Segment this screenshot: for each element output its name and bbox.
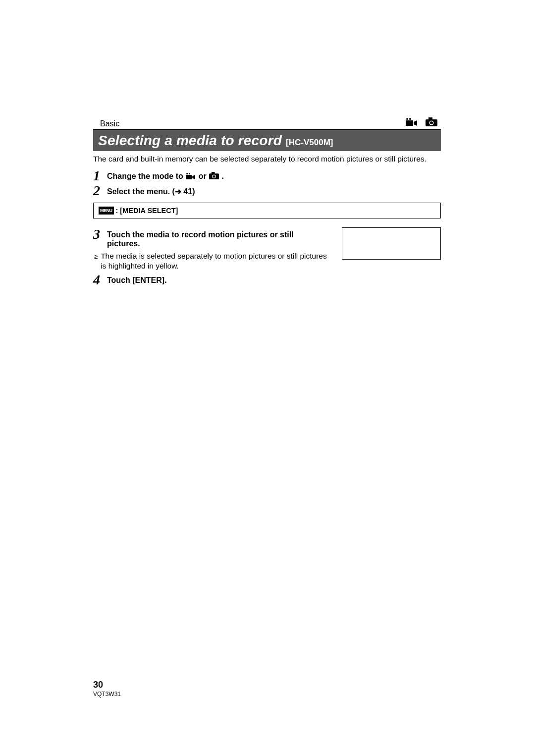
svg-rect-5 — [428, 117, 432, 120]
section-label: Basic — [93, 119, 119, 128]
step-1-text-mid: or — [199, 172, 209, 180]
step-number: 2 — [93, 184, 103, 198]
page-title-model: [HC-V500M] — [286, 138, 333, 147]
photo-mode-icon — [209, 172, 219, 181]
step-4-text: Touch [ENTER]. — [107, 276, 167, 284]
svg-point-7 — [430, 121, 433, 124]
header-mode-icons — [405, 117, 441, 128]
svg-marker-1 — [414, 120, 417, 126]
step-2-ref: 41) — [181, 187, 195, 196]
video-mode-icon — [186, 172, 196, 181]
svg-point-10 — [186, 173, 188, 174]
photo-mode-icon — [426, 117, 437, 128]
step-4: 4 Touch [ENTER]. — [93, 273, 327, 287]
svg-point-11 — [189, 173, 190, 174]
reference-arrow-icon: ➜ — [175, 187, 181, 196]
menu-badge: MENU — [99, 207, 114, 215]
svg-rect-8 — [186, 175, 192, 179]
page-number: 30 — [93, 680, 121, 690]
header-row: Basic — [93, 117, 441, 130]
step-3: 3 Touch the media to record motion pictu… — [93, 227, 327, 248]
step-2-text: Select the menu. ( — [107, 187, 175, 196]
step-2: 2 Select the menu. (➜ 41) — [93, 184, 441, 198]
page-title: Selecting a media to record — [98, 133, 286, 148]
step-1-text-post: . — [222, 172, 224, 180]
step-3-row: 3 Touch the media to record motion pictu… — [93, 227, 441, 287]
svg-point-3 — [409, 118, 411, 120]
media-select-screenshot — [342, 227, 441, 260]
document-code: VQT3W31 — [93, 691, 121, 698]
step-number: 3 — [93, 227, 103, 241]
svg-rect-0 — [406, 120, 413, 126]
step-number: 4 — [93, 273, 103, 287]
menu-path-box: MENU : [MEDIA SELECT] — [93, 203, 441, 218]
step-3-text: Touch the media to record motion picture… — [107, 230, 294, 248]
page-footer: 30 VQT3W31 — [93, 680, 121, 698]
svg-point-2 — [406, 118, 408, 120]
step-1: 1 Change the mode to or . — [93, 169, 441, 183]
manual-page: Basic Selecting a media to record [HC-V5… — [0, 0, 535, 756]
menu-path-text: : [MEDIA SELECT] — [116, 207, 178, 215]
step-number: 1 — [93, 169, 103, 183]
svg-marker-9 — [192, 175, 195, 179]
bullet-icon: ≥ — [94, 251, 98, 271]
video-mode-icon — [406, 118, 418, 128]
step-3-note: ≥ The media is selected separately to mo… — [93, 251, 327, 271]
note-text: The media is selected separately to moti… — [101, 251, 327, 271]
svg-rect-13 — [212, 172, 215, 174]
intro-text: The card and built-in memory can be sele… — [93, 154, 441, 164]
page-title-bar: Selecting a media to record [HC-V500M] — [93, 130, 441, 151]
step-1-text-pre: Change the mode to — [107, 172, 185, 180]
svg-point-15 — [213, 175, 215, 178]
